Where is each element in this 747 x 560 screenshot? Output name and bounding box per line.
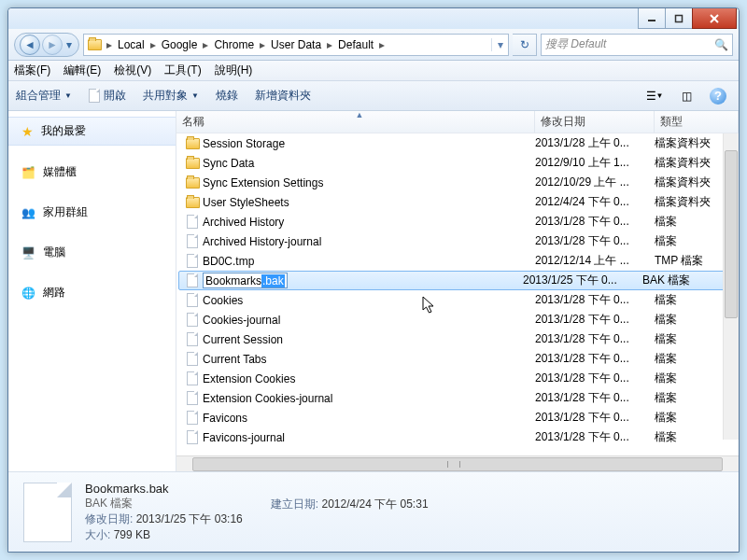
menu-edit[interactable]: 編輯(E) bbox=[63, 63, 101, 78]
refresh-button[interactable]: ↻ bbox=[513, 34, 537, 56]
navigation-pane: ★我的最愛 🗂️媒體櫃 👥家用群組 🖥️電腦 🌐網路 bbox=[8, 111, 176, 471]
file-date: 2013/1/28 下午 0... bbox=[535, 214, 655, 230]
folder-icon bbox=[184, 156, 201, 171]
view-options-button[interactable]: ☰ ▼ bbox=[641, 86, 668, 106]
back-button[interactable]: ◄ bbox=[20, 35, 40, 55]
sidebar-item-favorites[interactable]: ★我的最愛 bbox=[8, 117, 176, 146]
nav-arrows: ◄ ► ▾ bbox=[14, 33, 79, 57]
file-name: Favicons bbox=[201, 412, 535, 425]
details-filetype: BAK 檔案 bbox=[85, 496, 243, 511]
file-icon bbox=[184, 273, 201, 288]
file-date: 2013/1/28 下午 0... bbox=[535, 351, 655, 367]
file-date: 2013/1/28 下午 0... bbox=[535, 312, 655, 328]
file-name: User StyleSheets bbox=[201, 196, 535, 209]
file-row[interactable]: Extension Cookies2013/1/28 下午 0...檔案 bbox=[176, 369, 739, 388]
search-icon: 🔍 bbox=[714, 38, 728, 51]
file-icon bbox=[184, 411, 201, 426]
forward-button[interactable]: ► bbox=[42, 35, 63, 55]
file-type: BAK 檔案 bbox=[642, 273, 726, 288]
explorer-window: ◄ ► ▾ ▸ Local▸ Google▸ Chrome▸ User Data… bbox=[7, 7, 740, 553]
horizontal-scrollbar[interactable] bbox=[176, 455, 739, 471]
sort-indicator-icon: ▲ bbox=[356, 110, 364, 119]
open-button[interactable]: 開啟 bbox=[89, 88, 126, 104]
breadcrumb[interactable]: Default bbox=[334, 35, 377, 55]
file-name: Cookies-journal bbox=[201, 314, 535, 327]
file-name: Session Storage bbox=[201, 137, 535, 150]
file-date: 2013/1/28 下午 0... bbox=[535, 410, 655, 426]
folder-row[interactable]: User StyleSheets2012/4/24 下午 0...檔案資料夾 bbox=[176, 192, 739, 212]
file-icon bbox=[184, 391, 201, 406]
folder-icon bbox=[84, 39, 105, 50]
menu-file[interactable]: 檔案(F) bbox=[14, 63, 50, 78]
scrollbar-thumb[interactable] bbox=[192, 457, 723, 471]
sidebar-item-network[interactable]: 🌐網路 bbox=[8, 279, 176, 306]
history-dropdown[interactable]: ▾ bbox=[63, 38, 75, 51]
file-icon bbox=[184, 352, 201, 367]
file-name: BD0C.tmp bbox=[201, 255, 535, 268]
homegroup-icon: 👥 bbox=[21, 206, 35, 219]
file-row[interactable]: Archived History-journal2013/1/28 下午 0..… bbox=[176, 231, 739, 251]
file-date: 2013/1/28 上午 0... bbox=[535, 135, 655, 151]
file-date: 2013/1/28 下午 0... bbox=[535, 292, 655, 308]
folder-row[interactable]: Sync Data2012/9/10 上午 1...檔案資料夾 bbox=[176, 153, 739, 173]
file-row[interactable]: Cookies2013/1/28 下午 0...檔案 bbox=[176, 290, 739, 310]
file-row[interactable]: Current Session2013/1/28 下午 0...檔案 bbox=[176, 329, 739, 349]
address-bar[interactable]: ▸ Local▸ Google▸ Chrome▸ User Data▸ Defa… bbox=[83, 34, 509, 56]
file-name: Current Session bbox=[201, 333, 535, 346]
file-date: 2013/1/28 下午 0... bbox=[535, 371, 655, 386]
breadcrumb[interactable]: User Data bbox=[267, 35, 325, 55]
minimize-button[interactable] bbox=[638, 8, 666, 29]
file-date: 2013/1/28 下午 0... bbox=[535, 331, 655, 347]
file-row[interactable]: Favicons2013/1/28 下午 0...檔案 bbox=[176, 408, 739, 427]
rename-input[interactable]: Bookmarks.bak bbox=[203, 273, 288, 288]
file-row[interactable]: Cookies-journal2013/1/28 下午 0...檔案 bbox=[176, 310, 739, 329]
sidebar-item-computer[interactable]: 🖥️電腦 bbox=[8, 239, 176, 266]
file-row[interactable]: Bookmarks.bak2013/1/25 下午 0...BAK 檔案 bbox=[178, 271, 727, 290]
file-row[interactable]: Favicons-journal2013/1/28 下午 0...檔案 bbox=[176, 427, 739, 447]
organize-button[interactable]: 組合管理 ▼ bbox=[16, 88, 72, 104]
file-icon bbox=[89, 89, 100, 103]
file-row[interactable]: Archived History2013/1/28 下午 0...檔案 bbox=[176, 212, 739, 231]
menu-tools[interactable]: 工具(T) bbox=[164, 63, 201, 78]
file-date: 2012/10/29 上午 ... bbox=[535, 175, 655, 190]
breadcrumb[interactable]: Local bbox=[114, 35, 148, 55]
column-date[interactable]: 修改日期 bbox=[535, 111, 655, 133]
folder-row[interactable]: Sync Extension Settings2012/10/29 上午 ...… bbox=[176, 173, 739, 192]
file-icon bbox=[184, 332, 201, 347]
file-row[interactable]: Current Tabs2013/1/28 下午 0...檔案 bbox=[176, 349, 739, 369]
search-input[interactable]: 搜尋 Default 🔍 bbox=[541, 34, 733, 56]
preview-pane-button[interactable]: ◫ bbox=[673, 86, 699, 106]
file-name: Sync Data bbox=[201, 157, 535, 170]
file-name: Extension Cookies bbox=[201, 372, 535, 385]
menu-help[interactable]: 說明(H) bbox=[215, 63, 253, 78]
file-name: Extension Cookies-journal bbox=[201, 392, 535, 405]
menu-view[interactable]: 檢視(V) bbox=[114, 63, 151, 78]
libraries-icon: 🗂️ bbox=[21, 166, 35, 179]
address-dropdown[interactable]: ▾ bbox=[491, 38, 508, 51]
file-list[interactable]: Session Storage2013/1/28 上午 0...檔案資料夾Syn… bbox=[176, 133, 739, 455]
help-button[interactable]: ? bbox=[705, 86, 731, 106]
folder-icon bbox=[184, 136, 201, 151]
sidebar-item-libraries[interactable]: 🗂️媒體櫃 bbox=[8, 159, 176, 186]
new-folder-button[interactable]: 新增資料夾 bbox=[255, 88, 311, 104]
sidebar-item-homegroup[interactable]: 👥家用群組 bbox=[8, 199, 176, 226]
vertical-scrollbar[interactable] bbox=[723, 133, 739, 440]
maximize-button[interactable] bbox=[665, 8, 693, 29]
burn-button[interactable]: 燒錄 bbox=[216, 88, 238, 104]
column-name[interactable]: 名稱▲ bbox=[176, 111, 535, 133]
breadcrumb[interactable]: Chrome bbox=[210, 35, 258, 55]
folder-row[interactable]: Session Storage2013/1/28 上午 0...檔案資料夾 bbox=[176, 133, 739, 153]
computer-icon: 🖥️ bbox=[21, 246, 35, 259]
scrollbar-thumb[interactable] bbox=[725, 150, 738, 318]
column-type[interactable]: 類型 bbox=[655, 111, 739, 133]
file-row[interactable]: BD0C.tmp2012/12/14 上午 ...TMP 檔案 bbox=[176, 251, 739, 271]
breadcrumb[interactable]: Google bbox=[158, 35, 202, 55]
file-date: 2013/1/28 下午 0... bbox=[535, 429, 655, 445]
toolbar: 組合管理 ▼ 開啟 共用對象 ▼ 燒錄 新增資料夾 ☰ ▼ ◫ ? bbox=[8, 81, 739, 111]
file-date: 2012/12/14 上午 ... bbox=[535, 253, 655, 269]
close-button[interactable] bbox=[692, 8, 737, 29]
share-button[interactable]: 共用對象 ▼ bbox=[143, 88, 199, 104]
file-name: Cookies bbox=[201, 294, 535, 307]
file-row[interactable]: Extension Cookies-journal2013/1/28 下午 0.… bbox=[176, 388, 739, 408]
file-icon bbox=[184, 313, 201, 328]
